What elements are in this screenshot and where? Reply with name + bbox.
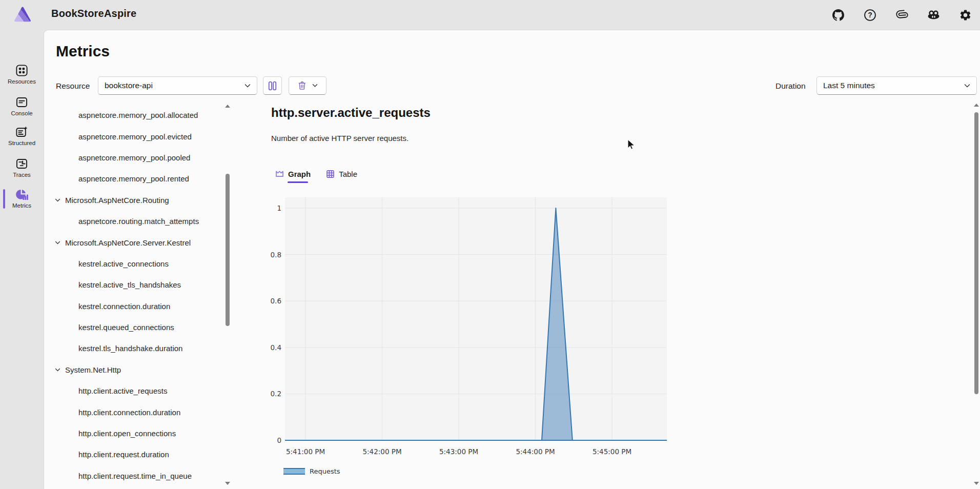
tree-scrollbar-thumb[interactable] (226, 174, 230, 326)
tree-item-label: aspnetcore.memory_pool.rented (78, 174, 189, 183)
svg-text:0.6: 0.6 (271, 297, 281, 305)
sidebar-item-console[interactable]: Console (0, 95, 44, 116)
chevron-down-icon (244, 84, 251, 88)
svg-text:0: 0 (277, 436, 281, 444)
settings-icon[interactable] (959, 9, 972, 22)
tree-metric-http.client.request.duration[interactable]: http.client.request.duration (52, 444, 226, 465)
tree-item-label: kestrel.queued_connections (78, 323, 174, 332)
sidebar-item-label: Console (11, 110, 32, 116)
tree-item-label: http.client.active_requests (78, 386, 167, 395)
main-scroll-up-icon[interactable] (974, 104, 979, 107)
tree-scroll-up-icon[interactable] (225, 105, 230, 108)
chevron-down-icon (964, 84, 970, 88)
tree-metric-kestrel.tls_handshake.duration[interactable]: kestrel.tls_handshake.duration (52, 338, 226, 359)
main-scrollbar[interactable] (974, 101, 979, 489)
tree-group-Microsoft.AspNetCore.Server.Kestrel[interactable]: Microsoft.AspNetCore.Server.Kestrel (52, 232, 226, 253)
tree-item-label: http.client.request.time_in_queue (78, 472, 192, 480)
active-tab-underline (288, 181, 308, 184)
topbar-icon-group: ? (832, 9, 972, 22)
github-icon[interactable] (832, 9, 845, 22)
metric-chart-description: Number of active HTTP server requests. (271, 134, 409, 142)
help-icon[interactable]: ? (864, 9, 876, 22)
svg-text:5:45:00 PM: 5:45:00 PM (593, 447, 631, 456)
console-icon (15, 95, 29, 109)
chevron-down-icon (54, 366, 61, 373)
tree-group-System.Net.Http[interactable]: System.Net.Http (52, 359, 226, 380)
resource-select-value: bookstore-api (105, 81, 244, 90)
sidebar-item-resources[interactable]: Resources (0, 64, 44, 85)
pause-metrics-button[interactable] (263, 76, 282, 95)
svg-text:0.8: 0.8 (271, 251, 281, 259)
legend-swatch-requests (283, 468, 305, 475)
metrics-tree: aspnetcore.memory_pool.allocatedaspnetco… (52, 105, 226, 489)
page-title: Metrics (56, 43, 110, 60)
svg-text:5:42:00 PM: 5:42:00 PM (362, 447, 401, 456)
sidebar-item-metrics[interactable]: Metrics (0, 188, 44, 209)
attach-icon[interactable] (895, 9, 908, 22)
tree-item-label: aspnetcore.memory_pool.evicted (78, 132, 192, 141)
tree-metric-aspnetcore.memory_pool.allocated[interactable]: aspnetcore.memory_pool.allocated (52, 105, 226, 126)
tab-table-label: Table (339, 170, 357, 178)
tree-metric-http.client.active_requests[interactable]: http.client.active_requests (52, 380, 226, 401)
tab-graph-label: Graph (288, 170, 311, 178)
trash-icon (297, 80, 307, 91)
app-title: BookStoreAspire (51, 8, 136, 19)
tree-item-label: System.Net.Http (65, 365, 121, 374)
sidebar-item-label: Traces (13, 172, 31, 178)
tab-table[interactable]: Table (326, 170, 357, 181)
legend-label-requests: Requests (310, 467, 340, 475)
tree-metric-kestrel.connection.duration[interactable]: kestrel.connection.duration (52, 296, 226, 317)
sidebar-item-traces[interactable]: Traces (0, 157, 44, 178)
duration-select[interactable]: Last 5 minutes (816, 76, 977, 95)
sidebar-item-label: Resources (8, 78, 36, 85)
tree-scroll-down-icon[interactable] (225, 482, 230, 485)
tree-metric-aspnetcore.memory_pool.rented[interactable]: aspnetcore.memory_pool.rented (52, 168, 226, 189)
sidebar-item-label: Structured (8, 140, 35, 146)
svg-text:0.4: 0.4 (271, 343, 281, 352)
requests-area-chart[interactable]: 00.20.40.60.815:41:00 PM5:42:00 PM5:43:0… (267, 197, 682, 469)
tree-item-label: Microsoft.AspNetCore.Server.Kestrel (65, 238, 191, 247)
resource-select[interactable]: bookstore-api (98, 76, 257, 95)
tree-metric-aspnetcore.memory_pool.evicted[interactable]: aspnetcore.memory_pool.evicted (52, 126, 226, 147)
tree-metric-kestrel.active_tls_handshakes[interactable]: kestrel.active_tls_handshakes (52, 274, 226, 295)
tree-item-label: kestrel.active_connections (78, 259, 169, 268)
tree-group-Microsoft.AspNetCore.Routing[interactable]: Microsoft.AspNetCore.Routing (52, 190, 226, 211)
duration-select-value: Last 5 minutes (823, 81, 964, 90)
copilot-icon[interactable] (927, 9, 940, 22)
tree-item-label: aspnetcore.memory_pool.allocated (78, 111, 198, 119)
main-scrollbar-thumb[interactable] (974, 112, 978, 394)
tree-metric-kestrel.active_connections[interactable]: kestrel.active_connections (52, 253, 226, 274)
tree-item-label: http.client.connection.duration (78, 408, 180, 417)
tree-metric-http.client.connection.duration[interactable]: http.client.connection.duration (52, 401, 226, 422)
sidebar-item-structured[interactable]: Structured (0, 125, 44, 146)
traces-icon (15, 157, 29, 171)
tree-metric-http.client.request.time_in_queue[interactable]: http.client.request.time_in_queue (52, 465, 226, 486)
sidebar-nav: ResourcesConsoleStructuredTracesMetrics (0, 30, 44, 489)
svg-text:1: 1 (277, 204, 281, 212)
tree-item-label: http.client.open_connections (78, 429, 176, 438)
tree-item-label: http.client.request.duration (78, 450, 169, 459)
tree-metric-aspnetcore.memory_pool.pooled[interactable]: aspnetcore.memory_pool.pooled (52, 147, 226, 168)
chevron-down-icon (54, 197, 61, 203)
resources-icon (15, 64, 29, 77)
svg-text:5:41:00 PM: 5:41:00 PM (286, 447, 325, 456)
svg-text:5:43:00 PM: 5:43:00 PM (439, 447, 478, 456)
svg-text:5:44:00 PM: 5:44:00 PM (516, 447, 555, 456)
pause-icon (268, 80, 277, 91)
chevron-down-icon (312, 84, 318, 88)
tab-graph[interactable]: Graph (275, 170, 311, 181)
tree-metric-http.client.open_connections[interactable]: http.client.open_connections (52, 423, 226, 444)
tree-item-label: kestrel.connection.duration (78, 302, 170, 311)
aspire-logo-icon (13, 6, 32, 24)
tree-item-label: aspnetcore.routing.match_attempts (78, 217, 199, 226)
tree-metric-kestrel.queued_connections[interactable]: kestrel.queued_connections (52, 317, 226, 338)
main-panel: Metrics Resource bookstore-api Duration … (44, 30, 980, 489)
top-bar: BookStoreAspire ? (0, 0, 980, 30)
chevron-down-icon (54, 239, 61, 246)
tree-item-label: kestrel.active_tls_handshakes (78, 280, 181, 289)
main-scroll-down-icon[interactable] (974, 482, 979, 485)
chart-legend: Requests (283, 467, 340, 475)
tree-scrollbar[interactable] (225, 102, 230, 489)
tree-metric-aspnetcore.routing.match_attempts[interactable]: aspnetcore.routing.match_attempts (52, 211, 226, 232)
clear-metrics-split-button[interactable] (289, 76, 326, 95)
